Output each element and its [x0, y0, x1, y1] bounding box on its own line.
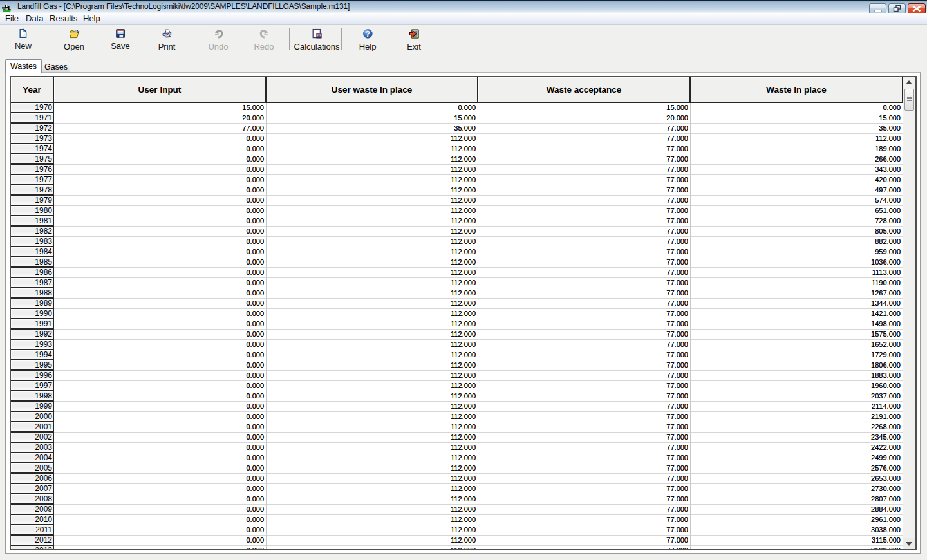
svg-text:?: ? [365, 30, 370, 39]
